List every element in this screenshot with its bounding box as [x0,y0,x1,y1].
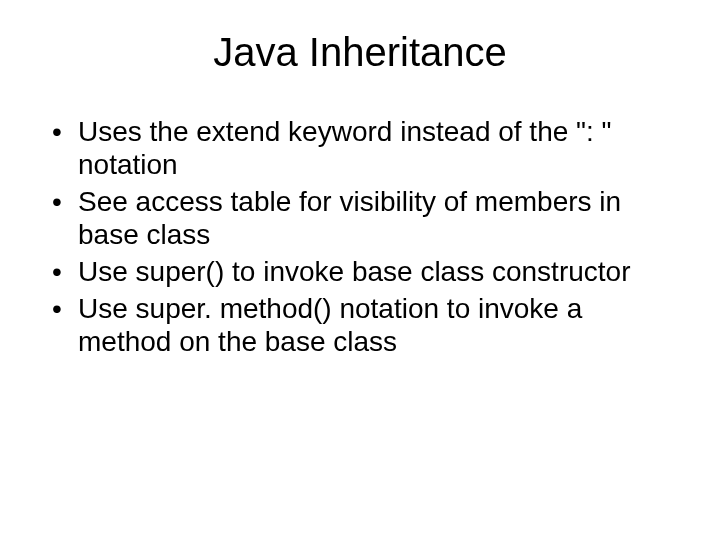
bullet-item: Uses the extend keyword instead of the "… [50,115,670,181]
bullet-item: Use super. method() notation to invoke a… [50,292,670,358]
bullet-item: See access table for visibility of membe… [50,185,670,251]
slide-title: Java Inheritance [50,30,670,75]
bullet-list: Uses the extend keyword instead of the "… [50,115,670,358]
slide: Java Inheritance Uses the extend keyword… [0,0,720,540]
bullet-item: Use super() to invoke base class constru… [50,255,670,288]
